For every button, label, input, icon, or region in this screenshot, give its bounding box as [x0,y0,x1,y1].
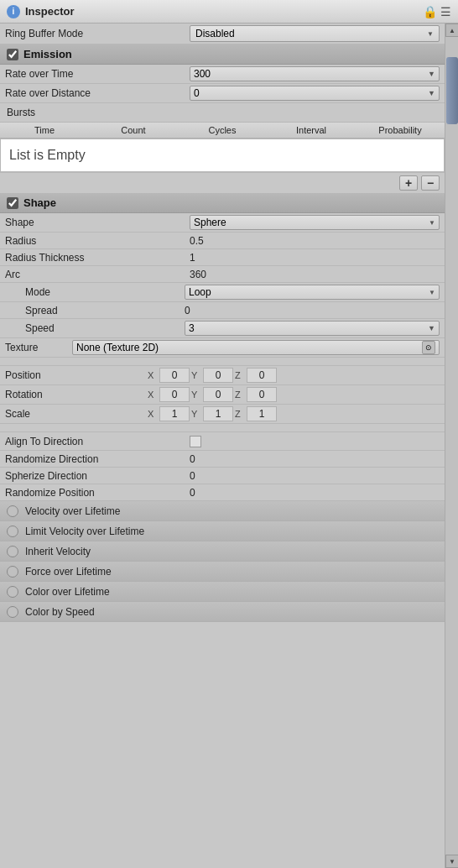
spacer-1 [0,358,445,366]
rotation-label: Rotation [5,389,148,400]
randomize-position-row: Randomize Position 0 [0,484,445,501]
scrollbar-down-arrow[interactable]: ▼ [445,855,458,868]
rate-over-time-value: 300 [194,68,211,80]
mode-row: Mode Loop ▼ [0,283,445,302]
burst-col-count: Count [89,125,178,135]
ring-buffer-value: Disabled [195,28,235,39]
spherize-direction-row: Spherize Direction 0 [0,468,445,484]
menu-icon[interactable]: ☰ [440,5,451,18]
position-x-value[interactable]: 0 [159,368,190,383]
position-z-value[interactable]: 0 [247,368,277,383]
radius-thickness-row: Radius Thickness 1 [0,249,445,266]
position-x-axis: X [148,370,158,380]
burst-col-interval: Interval [267,125,356,135]
emission-label: Emission [23,48,72,60]
velocity-over-lifetime-section[interactable]: Velocity over Lifetime [0,501,445,521]
scale-row: Scale X 1 Y 1 Z 1 [0,405,445,424]
scrollbar[interactable]: ▲ ▼ [445,24,458,868]
limit-velocity-over-lifetime-section[interactable]: Limit Velocity over Lifetime [0,521,445,541]
align-to-direction-checkbox[interactable] [190,436,201,447]
shape-row: Shape Sphere ▼ [0,213,445,233]
position-y-value[interactable]: 0 [203,368,233,383]
velocity-over-lifetime-label: Velocity over Lifetime [25,505,120,517]
texture-value: None (Texture 2D) [76,342,159,353]
position-label: Position [5,369,148,381]
inherit-velocity-label: Inherit Velocity [25,546,91,557]
rate-over-time-label: Rate over Time [5,68,190,80]
shape-checkbox[interactable] [7,197,18,209]
force-over-lifetime-section[interactable]: Force over Lifetime [0,562,445,582]
rate-over-time-arrow: ▼ [428,70,435,78]
texture-field[interactable]: None (Texture 2D) ⊙ [72,340,440,355]
shape-value: Sphere [194,217,226,228]
emission-section-header: Emission [0,44,445,65]
rate-over-distance-field[interactable]: 0 ▼ [190,86,440,101]
rate-over-time-field[interactable]: 300 ▼ [190,66,440,81]
randomize-direction-value[interactable]: 0 [190,453,440,465]
ring-buffer-dropdown[interactable]: Disabled ▼ [190,25,440,42]
ring-buffer-arrow: ▼ [427,30,434,38]
color-by-speed-section[interactable]: Color by Speed [0,602,445,622]
speed-row: Speed 3 ▼ [0,319,445,338]
radius-thickness-value[interactable]: 1 [190,252,440,264]
info-icon: i [7,5,20,18]
position-row: Position X 0 Y 0 Z 0 [0,366,445,385]
position-fields: X 0 Y 0 Z 0 [148,368,440,383]
arc-value[interactable]: 360 [190,269,440,280]
color-over-lifetime-section[interactable]: Color over Lifetime [0,582,445,602]
burst-add-button[interactable]: + [399,175,418,191]
scrollbar-up-arrow[interactable]: ▲ [445,24,458,37]
spacer-2 [0,424,445,432]
rotation-y-axis: Y [191,390,201,400]
scale-fields: X 1 Y 1 Z 1 [148,406,440,421]
randomize-position-label: Randomize Position [5,487,190,499]
inspector-title: Inspector [25,5,423,18]
bursts-table-header: Time Count Cycles Interval Probability [0,123,445,139]
radius-value[interactable]: 0.5 [190,235,440,247]
emission-checkbox[interactable] [7,49,18,60]
speed-dropdown[interactable]: 3 ▼ [185,321,440,336]
mode-dropdown[interactable]: Loop ▼ [185,285,440,300]
align-to-direction-row: Align To Direction [0,432,445,451]
arc-label: Arc [5,269,190,280]
spread-value[interactable]: 0 [185,305,440,316]
color-over-lifetime-icon [7,586,18,598]
rotation-x-value[interactable]: 0 [159,387,190,402]
rate-over-distance-row: Rate over Distance 0 ▼ [0,84,445,103]
randomize-direction-label: Randomize Direction [5,453,190,465]
position-y-axis: Y [191,370,201,380]
texture-picker-button[interactable]: ⊙ [422,341,435,354]
scale-y-value[interactable]: 1 [203,406,233,421]
limit-velocity-over-lifetime-icon [7,526,18,537]
burst-remove-button[interactable]: − [421,175,440,191]
bursts-label: Bursts [7,107,35,118]
rotation-x-axis: X [148,390,158,400]
main-container: Ring Buffer Mode Disabled ▼ Emission Rat… [0,24,458,868]
shape-label: Shape [23,196,56,209]
speed-label: Speed [25,322,185,334]
scale-y-axis: Y [191,409,201,419]
burst-footer: + − [0,172,445,193]
content-area: Ring Buffer Mode Disabled ▼ Emission Rat… [0,24,445,868]
spherize-direction-value[interactable]: 0 [190,470,440,482]
rotation-y-value[interactable]: 0 [203,387,233,402]
shape-dropdown[interactable]: Sphere ▼ [190,215,440,230]
color-by-speed-label: Color by Speed [25,606,95,618]
shape-field-label: Shape [5,217,190,228]
lock-icon[interactable]: 🔒 [423,5,437,18]
mode-arrow: ▼ [429,289,435,296]
rotation-z-axis: Z [235,390,245,400]
rotation-row: Rotation X 0 Y 0 Z 0 [0,385,445,405]
rate-over-distance-value: 0 [194,87,200,99]
inherit-velocity-section[interactable]: Inherit Velocity [0,541,445,562]
burst-col-probability: Probability [356,125,445,135]
bursts-header: Bursts [0,103,445,123]
rate-over-distance-arrow: ▼ [428,89,435,97]
rotation-z-value[interactable]: 0 [247,387,277,402]
color-by-speed-icon [7,606,18,618]
scale-z-value[interactable]: 1 [247,406,277,421]
scrollbar-thumb[interactable] [446,57,458,124]
randomize-position-value[interactable]: 0 [190,487,440,499]
texture-row: Texture None (Texture 2D) ⊙ [0,338,445,358]
scale-x-value[interactable]: 1 [159,406,190,421]
